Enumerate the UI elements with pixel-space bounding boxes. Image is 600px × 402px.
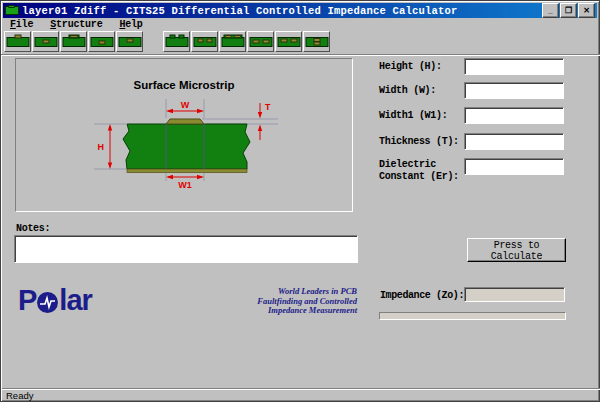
width-label: Width (W): xyxy=(379,85,467,97)
thickness-label: Thickness (T): xyxy=(379,136,467,148)
calculate-button-line2: Calculate xyxy=(468,251,565,262)
notes-input[interactable] xyxy=(14,235,358,263)
diff-surface-microstrip-icon xyxy=(165,34,189,49)
menu-help[interactable]: Help xyxy=(113,19,148,30)
width1-input[interactable] xyxy=(464,107,564,124)
polar-logo: P lar xyxy=(18,284,92,317)
toolbar-button-diff-broadside-stripline[interactable] xyxy=(303,31,330,52)
toolbar-button-diff-surface-microstrip[interactable] xyxy=(163,31,190,52)
toolbar xyxy=(4,30,596,55)
notes-label: Notes: xyxy=(16,223,50,234)
toolbar-button-offset-stripline[interactable] xyxy=(116,31,143,52)
stripline-icon xyxy=(90,34,114,49)
toolbar-button-diff-offset-stripline[interactable] xyxy=(275,31,302,52)
diff-embedded-microstrip-icon xyxy=(193,34,217,49)
diff-broadside-stripline-icon xyxy=(305,34,329,49)
width1-label: Width1 (W1): xyxy=(379,110,467,122)
impedance-result-field[interactable] xyxy=(464,287,565,302)
structure-diagram-panel: W T H W1 Surface Microstrip xyxy=(15,58,353,212)
toolbar-button-embedded-microstrip[interactable] xyxy=(32,31,59,52)
impedance-label: Impedance (Zo): xyxy=(380,290,464,301)
close-button[interactable]: ✕ xyxy=(578,3,595,18)
polar-logo-p: P xyxy=(18,284,36,317)
status-text: Ready xyxy=(6,390,33,401)
app-icon xyxy=(5,5,19,16)
toolbar-button-diff-coated-microstrip[interactable] xyxy=(219,31,246,52)
dielectric-input[interactable] xyxy=(464,158,564,175)
offset-stripline-icon xyxy=(118,34,142,49)
calculate-button[interactable]: Press to Calculate xyxy=(467,238,566,262)
toolbar-divider xyxy=(1,54,600,56)
diff-coated-microstrip-icon xyxy=(221,34,245,49)
toolbar-button-stripline[interactable] xyxy=(88,31,115,52)
dim-label-h: H xyxy=(98,142,105,152)
width-input[interactable] xyxy=(464,82,564,99)
dim-label-t: T xyxy=(265,102,271,112)
diff-offset-stripline-icon xyxy=(277,34,301,49)
dim-label-w: W xyxy=(181,100,190,110)
tagline-line3: Impedance Measurement xyxy=(161,306,357,316)
menu-file[interactable]: File xyxy=(4,19,39,30)
restore-button[interactable]: ❐ xyxy=(560,3,577,18)
minimize-button[interactable]: _ xyxy=(542,3,559,18)
height-label: Height (H): xyxy=(379,61,467,73)
polar-logo-o-pulse-icon xyxy=(37,292,58,313)
toolbar-button-diff-embedded-microstrip[interactable] xyxy=(191,31,218,52)
toolbar-button-coated-microstrip[interactable] xyxy=(60,31,87,52)
dim-label-w1: W1 xyxy=(178,180,192,190)
coated-microstrip-icon xyxy=(62,34,86,49)
progress-bar xyxy=(379,312,566,320)
thickness-input[interactable] xyxy=(464,133,564,150)
title-bar: layer01 Zdiff - CITS25 Differential Cont… xyxy=(3,3,597,18)
dielectric-label: Dielectric Constant (Er): xyxy=(379,159,467,183)
status-bar: Ready xyxy=(2,390,600,402)
embedded-microstrip-icon xyxy=(34,34,58,49)
toolbar-button-diff-stripline[interactable] xyxy=(247,31,274,52)
surface-microstrip-icon xyxy=(6,34,30,49)
diff-stripline-icon xyxy=(249,34,273,49)
height-input[interactable] xyxy=(464,58,564,75)
structure-title: Surface Microstrip xyxy=(16,79,352,91)
app-window: layer01 Zdiff - CITS25 Differential Cont… xyxy=(0,0,600,402)
brand-tagline: World Leaders in PCB Faultfinding and Co… xyxy=(161,287,357,316)
polar-logo-rest: lar xyxy=(59,284,91,317)
menu-structure[interactable]: Structure xyxy=(44,19,108,30)
window-title: layer01 Zdiff - CITS25 Differential Cont… xyxy=(22,5,542,17)
calculate-button-line1: Press to xyxy=(468,240,565,251)
toolbar-button-surface-microstrip[interactable] xyxy=(4,31,31,52)
